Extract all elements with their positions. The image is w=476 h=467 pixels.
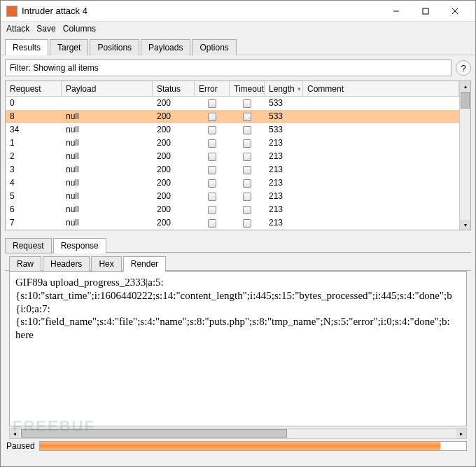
- render-line: here: [15, 328, 461, 342]
- viewtab-headers[interactable]: Headers: [43, 256, 90, 272]
- checkbox-icon[interactable]: [243, 113, 251, 121]
- checkbox-icon[interactable]: [243, 219, 251, 228]
- table-row[interactable]: 4null200213: [6, 176, 459, 190]
- checkbox-icon[interactable]: [208, 179, 216, 188]
- menu-attack[interactable]: Attack: [6, 24, 29, 34]
- col-timeout[interactable]: Timeout: [230, 81, 265, 96]
- checkbox-icon[interactable]: [243, 193, 251, 201]
- cell-timeout: [230, 137, 265, 148]
- scroll-down-icon[interactable]: ▾: [460, 220, 470, 230]
- checkbox-icon[interactable]: [208, 99, 216, 108]
- checkbox-icon[interactable]: [208, 113, 216, 121]
- cell-comment: [303, 169, 459, 170]
- cell-length: 213: [265, 151, 303, 162]
- render-pane[interactable]: GIF89a upload_progress_2333|a:5:{s:10:"s…: [9, 271, 467, 426]
- menu-save[interactable]: Save: [36, 24, 55, 34]
- col-comment[interactable]: Comment: [303, 81, 459, 96]
- table-row[interactable]: 2null200213: [6, 150, 459, 163]
- checkbox-icon[interactable]: [208, 219, 216, 228]
- tab-payloads[interactable]: Payloads: [141, 39, 190, 55]
- scroll-thumb[interactable]: [461, 92, 470, 109]
- tab-options[interactable]: Options: [192, 39, 236, 55]
- col-error[interactable]: Error: [195, 81, 230, 96]
- maximize-button[interactable]: [411, 1, 440, 21]
- cell-error: [195, 217, 230, 228]
- col-request[interactable]: Request: [6, 81, 62, 96]
- cell-length: 213: [265, 177, 303, 188]
- filter-bar: Filter: Showing all items ?: [1, 55, 475, 81]
- cell-timeout: [230, 111, 265, 122]
- checkbox-icon[interactable]: [243, 99, 251, 108]
- checkbox-icon[interactable]: [243, 139, 251, 148]
- results-table: Request Payload Status Error Timeout Len…: [5, 81, 471, 230]
- tab-results[interactable]: Results: [5, 39, 48, 55]
- cell-comment: [303, 195, 459, 197]
- viewtab-hex[interactable]: Hex: [91, 256, 121, 272]
- vertical-scrollbar[interactable]: ▴ ▾: [459, 81, 470, 230]
- cell-payload: null: [62, 177, 153, 188]
- cell-status: 200: [153, 217, 195, 228]
- checkbox-icon[interactable]: [208, 153, 216, 161]
- viewtab-raw[interactable]: Raw: [9, 256, 41, 272]
- table-row[interactable]: 0200533: [6, 97, 459, 110]
- tab-target[interactable]: Target: [50, 39, 88, 55]
- tab-positions[interactable]: Positions: [90, 39, 139, 55]
- cell-comment: [303, 155, 459, 157]
- status-label: Paused: [6, 441, 35, 451]
- table-row[interactable]: 3null200213: [6, 163, 459, 176]
- cell-error: [195, 190, 230, 202]
- table-row[interactable]: 7null200213: [6, 216, 459, 230]
- h-scroll-thumb[interactable]: [21, 429, 287, 438]
- render-line: {s:10:"field_name";s:4:"file";s:4:"name"…: [15, 315, 461, 328]
- viewtab-render[interactable]: Render: [123, 256, 166, 272]
- checkbox-icon[interactable]: [208, 206, 216, 214]
- cell-status: 200: [153, 137, 195, 148]
- app-window: Intruder attack 4 Attack Save Columns Re…: [0, 0, 476, 467]
- checkbox-icon[interactable]: [208, 166, 216, 174]
- table-row[interactable]: 1null200213: [6, 137, 459, 150]
- cell-length: 213: [265, 217, 303, 228]
- col-payload[interactable]: Payload: [62, 81, 153, 96]
- table-row[interactable]: 34null200533: [6, 123, 459, 137]
- close-button[interactable]: [440, 1, 470, 21]
- filter-input[interactable]: Filter: Showing all items: [5, 60, 451, 76]
- help-button[interactable]: ?: [456, 60, 471, 76]
- checkbox-icon[interactable]: [243, 206, 251, 214]
- cell-timeout: [230, 217, 265, 228]
- cell-status: 200: [153, 151, 195, 162]
- cell-request: 0: [6, 97, 62, 109]
- cell-error: [195, 111, 230, 122]
- cell-request: 7: [6, 217, 62, 228]
- checkbox-icon[interactable]: [243, 153, 251, 161]
- menu-columns[interactable]: Columns: [63, 24, 96, 34]
- progress-bar: [39, 441, 467, 451]
- horizontal-scrollbar[interactable]: ◂ ▸: [9, 428, 467, 439]
- checkbox-icon[interactable]: [208, 139, 216, 148]
- checkbox-icon[interactable]: [243, 166, 251, 174]
- checkbox-icon[interactable]: [208, 126, 216, 134]
- cell-payload: null: [62, 204, 153, 215]
- subtab-request[interactable]: Request: [5, 238, 52, 253]
- response-panel: Request Response Raw Headers Hex Render …: [5, 235, 471, 439]
- scroll-right-icon[interactable]: ▸: [456, 428, 466, 438]
- table-row[interactable]: 5null200213: [6, 190, 459, 203]
- cell-request: 1: [6, 137, 62, 148]
- checkbox-icon[interactable]: [208, 193, 216, 201]
- cell-comment: [303, 129, 459, 130]
- scroll-up-icon[interactable]: ▴: [460, 81, 470, 91]
- col-length[interactable]: Length: [265, 81, 303, 96]
- svg-rect-1: [423, 8, 428, 14]
- table-row[interactable]: 8null200533: [6, 110, 459, 123]
- status-bar: Paused: [1, 439, 475, 453]
- subtab-response[interactable]: Response: [53, 238, 106, 253]
- scroll-left-icon[interactable]: ◂: [10, 428, 20, 438]
- minimize-button[interactable]: [382, 1, 411, 21]
- menubar: Attack Save Columns: [1, 22, 475, 36]
- cell-status: 200: [153, 164, 195, 175]
- col-status[interactable]: Status: [153, 81, 195, 96]
- checkbox-icon[interactable]: [243, 126, 251, 134]
- render-line: {i:0;a:7:: [15, 302, 461, 316]
- table-row[interactable]: 6null200213: [6, 203, 459, 216]
- cell-timeout: [230, 177, 265, 188]
- checkbox-icon[interactable]: [243, 179, 251, 188]
